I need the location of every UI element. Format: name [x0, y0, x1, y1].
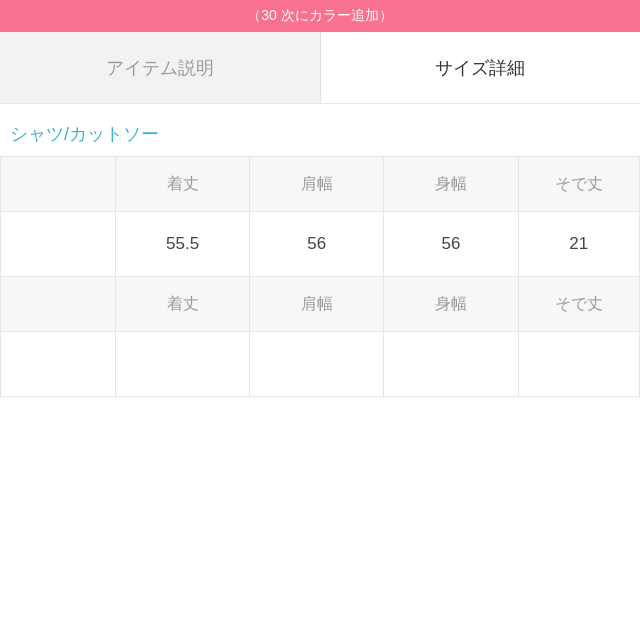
tabs-container: アイテム説明 サイズ詳細: [0, 32, 640, 104]
table-header-cell-empty: [1, 157, 116, 212]
table-row1-kd: 55.5: [116, 212, 250, 277]
category-text: シャツ/カットソー: [10, 124, 159, 144]
table-header2-kd: 着丈: [116, 277, 250, 332]
table-header-row-2: 着丈 肩幅 身幅 そで丈: [1, 277, 640, 332]
top-banner: （30 次にカラー追加）: [0, 0, 640, 32]
table-header2-mi: 身幅: [384, 277, 518, 332]
table-value-row-1: 55.5 56 56 21: [1, 212, 640, 277]
tab-description[interactable]: アイテム説明: [0, 32, 321, 103]
table-header-row-1: 着丈 肩幅 身幅 そで丈: [1, 157, 640, 212]
table-row2-kh: [250, 332, 384, 397]
tab-description-label: アイテム説明: [106, 56, 214, 80]
table-header2-kh: 肩幅: [250, 277, 384, 332]
tab-size-label: サイズ詳細: [435, 56, 525, 80]
table-row2-mi: [384, 332, 518, 397]
table-row1-mi: 56: [384, 212, 518, 277]
category-header: シャツ/カットソー: [0, 104, 640, 156]
table-row1-label: [1, 212, 116, 277]
table-header-kh: 肩幅: [250, 157, 384, 212]
table-row2-label: [1, 332, 116, 397]
table-header-mi: 身幅: [384, 157, 518, 212]
table-header-kd: 着丈: [116, 157, 250, 212]
banner-text: （30 次にカラー追加）: [247, 7, 392, 25]
table-header2-cell-empty: [1, 277, 116, 332]
tab-size[interactable]: サイズ詳細: [321, 32, 641, 103]
table-value-row-2: [1, 332, 640, 397]
table-row2-so: [518, 332, 639, 397]
table-header-so: そで丈: [518, 157, 639, 212]
table-row1-kh: 56: [250, 212, 384, 277]
size-table: 着丈 肩幅 身幅 そで丈 55.5 56 56 21 着丈 肩幅 身幅 そで丈: [0, 156, 640, 397]
table-row1-so: 21: [518, 212, 639, 277]
table-header2-so: そで丈: [518, 277, 639, 332]
table-row2-kd: [116, 332, 250, 397]
